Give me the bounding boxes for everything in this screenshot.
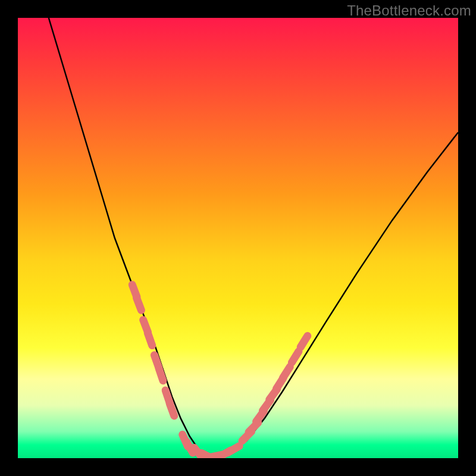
curve-marker [170, 403, 174, 416]
chart-frame: TheBottleneck.com [0, 0, 476, 476]
watermark-text: TheBottleneck.com [347, 2, 471, 19]
curve-marker [283, 367, 290, 378]
curve-marker [159, 368, 163, 381]
curve-marker [300, 336, 308, 347]
plot-area [18, 18, 458, 458]
marker-group [132, 285, 308, 459]
curve-marker [137, 298, 142, 311]
chart-svg [18, 18, 458, 458]
curve-marker [292, 352, 299, 363]
curve-marker [148, 333, 152, 346]
bottleneck-curve [49, 18, 458, 458]
